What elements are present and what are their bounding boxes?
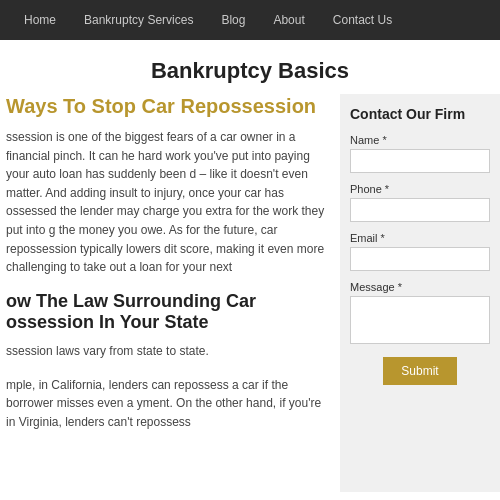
name-label: Name *	[350, 134, 490, 146]
article-heading: Ways To Stop Car Repossession	[6, 94, 328, 118]
submit-button[interactable]: Submit	[383, 357, 456, 385]
nav-item-bankruptcy-services[interactable]: Bankruptcy Services	[70, 13, 207, 27]
section-heading: ow The Law Surrounding Car ossession In …	[6, 291, 328, 334]
nav-item-contact-us[interactable]: Contact Us	[319, 13, 406, 27]
main-layout: Ways To Stop Car Repossession ssession i…	[0, 94, 500, 492]
nav-item-about[interactable]: About	[259, 13, 318, 27]
article-body: ssession is one of the biggest fears of …	[6, 128, 328, 277]
main-nav: Home Bankruptcy Services Blog About Cont…	[0, 0, 500, 40]
section-body-1: ssession laws vary from state to state.	[6, 342, 328, 361]
nav-item-blog[interactable]: Blog	[207, 13, 259, 27]
sidebar-title: Contact Our Firm	[350, 106, 490, 122]
page-content: Bankruptcy Basics Ways To Stop Car Repos…	[0, 40, 500, 500]
message-label: Message *	[350, 281, 490, 293]
phone-label: Phone *	[350, 183, 490, 195]
email-label: Email *	[350, 232, 490, 244]
message-input[interactable]	[350, 296, 490, 344]
page-title: Bankruptcy Basics	[0, 40, 500, 94]
section-body-2: mple, in California, lenders can reposse…	[6, 376, 328, 432]
left-content: Ways To Stop Car Repossession ssession i…	[0, 94, 340, 492]
contact-sidebar: Contact Our Firm Name * Phone * Email * …	[340, 94, 500, 492]
email-input[interactable]	[350, 247, 490, 271]
phone-input[interactable]	[350, 198, 490, 222]
nav-item-home[interactable]: Home	[10, 13, 70, 27]
name-input[interactable]	[350, 149, 490, 173]
